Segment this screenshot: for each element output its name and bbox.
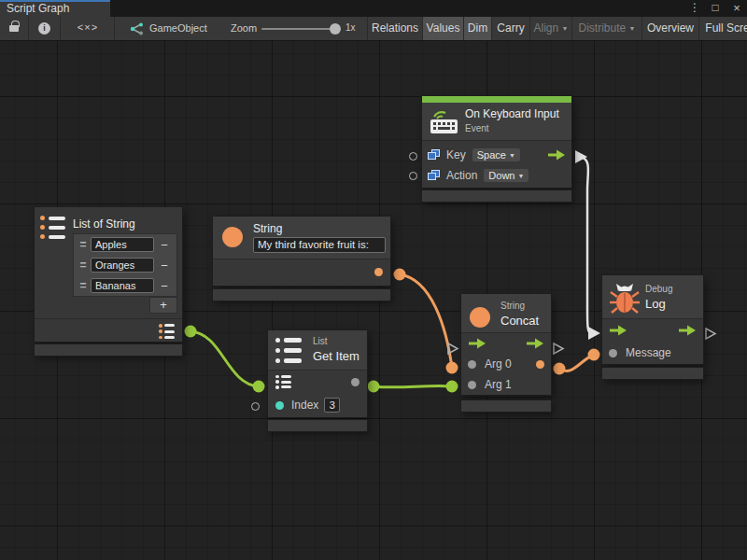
connection-dot[interactable] [394,269,406,281]
action-label: Action [446,169,477,182]
trigger-in-arrow-icon[interactable] [609,325,627,336]
list-item-field[interactable]: Apples [91,237,154,252]
keyboard-icon [428,107,459,135]
node-footer[interactable] [35,344,182,356]
index-field[interactable]: 3 [324,398,340,413]
windows-icon [428,149,441,161]
connection-dot[interactable] [588,349,600,361]
tab-script-graph[interactable]: Script Graph [0,0,110,17]
node-footer[interactable] [602,368,703,379]
overview-button[interactable]: Overview [642,17,698,40]
windows-icon [428,170,441,181]
action-dropdown[interactable]: Down▼ [484,169,529,182]
zoom-slider-handle[interactable] [330,23,341,35]
dim-button[interactable]: Dim [464,17,491,40]
list-output-port[interactable] [159,324,175,339]
list-item-field[interactable]: Bananas [91,278,154,293]
node-title: On Keyboard Input [465,107,559,120]
relations-button[interactable]: Relations [368,17,422,40]
connection-dot[interactable] [554,363,566,375]
graph-canvas[interactable]: On Keyboard Input Event Key Space▼ Ac [0,41,747,560]
window-titlebar: Script Graph ⋮ □ × [0,0,747,17]
string-value-field[interactable]: My third favorite fruit is: [253,237,386,253]
node-title: List of String [73,217,135,231]
wire-keyboard-to-log[interactable] [580,157,591,333]
remove-item-button[interactable]: − [154,279,175,293]
chevron-down-icon: ▼ [562,25,569,32]
trigger-out-arrow-icon[interactable] [526,338,544,349]
drag-handle-icon[interactable]: = [76,279,91,292]
zoom-slider[interactable] [261,28,336,30]
node-debug-log[interactable]: Debug Log Message [602,275,703,364]
item-output-port[interactable] [351,378,359,386]
close-icon[interactable]: × [727,0,746,17]
key-dropdown[interactable]: Space▼ [472,148,520,161]
node-string-literal[interactable]: String My third favorite fruit is: [213,217,390,286]
port-key-input[interactable] [409,152,417,161]
wire-getitem-to-concat[interactable] [374,386,452,387]
connection-dot[interactable] [446,381,458,393]
connection-dot[interactable] [253,381,265,393]
lock-icon[interactable] [9,25,19,32]
string-type-icon [470,307,490,328]
trigger-out-arrow-icon[interactable] [678,325,697,336]
zoom-label: Zoom [231,22,257,34]
string-type-icon [222,227,243,247]
add-item-button[interactable]: + [149,297,177,314]
remove-item-button[interactable]: − [154,259,175,273]
kebab-menu-icon[interactable]: ⋮ [685,0,704,17]
trigger-port-outline[interactable] [706,329,715,339]
result-output-port[interactable] [536,360,544,369]
trigger-port-outline[interactable] [554,343,563,354]
wire-list-to-getitem[interactable] [190,331,259,386]
port-index-input[interactable] [251,402,260,411]
node-footer[interactable] [213,289,390,301]
graph-toolbar: <×> GameObject Zoom 1x Relations Values … [0,17,747,41]
connection-dot[interactable] [368,381,380,393]
message-label: Message [626,346,671,359]
distribute-button[interactable]: Distribute ▼ [572,17,641,40]
node-footer[interactable] [268,420,367,431]
key-label: Key [446,148,466,161]
node-list-get-item[interactable]: List Get Item Index 3 [268,330,367,417]
info-icon[interactable] [38,22,50,35]
node-string-concat[interactable]: String Concat Arg 0 Arg 1 [461,294,551,395]
trigger-out-arrow-icon[interactable] [547,149,566,161]
arg0-label: Arg 0 [485,357,512,371]
node-footer[interactable] [422,190,571,202]
values-button[interactable]: Values [423,17,463,40]
trigger-arrowhead[interactable] [588,327,600,340]
index-port[interactable] [275,401,284,410]
index-label: Index [291,399,318,412]
trigger-in-arrow-icon[interactable] [468,338,486,349]
list-item-field[interactable]: Oranges [91,258,154,273]
remove-item-button[interactable]: − [154,238,175,252]
message-port[interactable] [609,349,617,357]
arg1-port[interactable] [468,381,476,389]
port-action-input[interactable] [409,172,417,180]
wire-string-to-concat[interactable] [400,274,452,368]
event-color-bar [422,96,571,103]
gameobject-icon [129,22,145,35]
chevron-down-icon: ▼ [517,173,524,179]
maximize-icon[interactable]: □ [706,0,725,17]
arg0-port[interactable] [468,360,476,369]
carry-button[interactable]: Carry [492,17,529,40]
node-title: Concat [500,314,539,328]
list-input-port[interactable] [275,375,291,389]
code-view-icon[interactable]: <×> [67,21,108,33]
node-footer[interactable] [461,400,551,412]
string-output-port[interactable] [374,268,383,276]
drag-handle-icon[interactable]: = [76,259,91,272]
node-on-keyboard-input[interactable]: On Keyboard Input Event Key Space▼ Ac [422,96,571,188]
fullscreen-button[interactable]: Full Scre [699,17,747,40]
align-button[interactable]: Align ▼ [530,17,571,40]
node-list-of-string[interactable]: List of String = Apples − = Oranges − = … [35,207,182,342]
zoom-value: 1x [345,22,356,33]
node-title: String [253,222,282,235]
string-list-editor: = Apples − = Oranges − = Bananas − [73,233,177,297]
connection-dot[interactable] [446,362,458,374]
list-item-row: = Oranges − [74,255,176,275]
connection-dot[interactable] [185,326,197,338]
drag-handle-icon[interactable]: = [76,238,91,251]
